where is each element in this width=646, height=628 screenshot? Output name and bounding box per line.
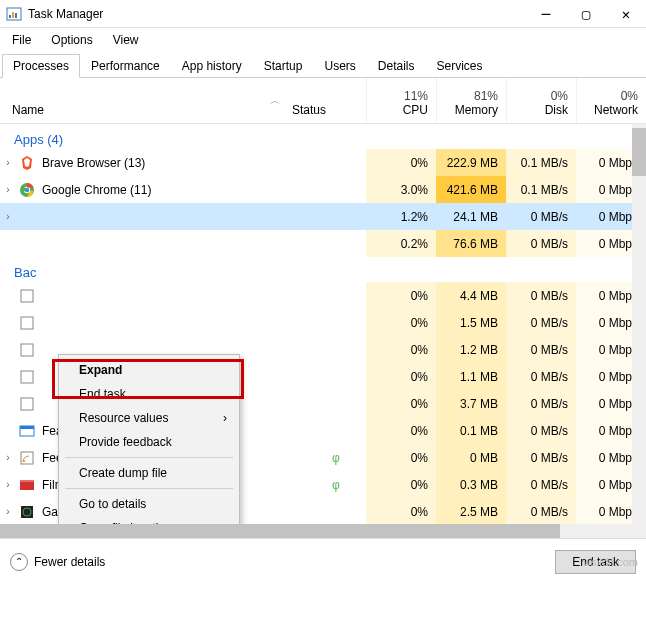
process-row-brave[interactable]: › Brave Browser (13) 0% 222.9 MB 0.1 MB/… <box>0 149 646 176</box>
expand-icon[interactable]: › <box>0 506 16 517</box>
window-title: Task Manager <box>28 7 526 21</box>
brave-icon <box>18 154 36 172</box>
context-menu: Expand End task Resource values› Provide… <box>58 354 240 524</box>
close-button[interactable]: ✕ <box>606 0 646 27</box>
menu-options[interactable]: Options <box>43 31 100 49</box>
disk-label: Disk <box>545 103 568 117</box>
cpu-label: CPU <box>403 103 428 117</box>
tab-performance[interactable]: Performance <box>80 54 171 77</box>
col-status[interactable]: Status <box>288 78 366 123</box>
svg-rect-7 <box>21 290 33 302</box>
process-row[interactable]: 0% 1.5 MB 0 MB/s 0 Mbps <box>0 309 646 336</box>
tab-details[interactable]: Details <box>367 54 426 77</box>
cpu-cell: 0% <box>366 363 436 390</box>
app-icon <box>18 235 36 253</box>
disk-cell: 0 MB/s <box>506 230 576 257</box>
sort-indicator: ︿ <box>262 78 288 123</box>
cpu-cell: 0% <box>366 417 436 444</box>
group-apps-label[interactable]: Apps (4) <box>14 132 63 147</box>
process-row[interactable]: 0.2% 76.6 MB 0 MB/s 0 Mbps <box>0 230 646 257</box>
scrollbar-thumb[interactable] <box>0 524 560 538</box>
process-row-selected[interactable]: › 1.2% 24.1 MB 0 MB/s 0 Mbps <box>0 203 646 230</box>
process-name: Google Chrome (11) <box>42 183 366 197</box>
mem-cell: 222.9 MB <box>436 149 506 176</box>
disk-cell: 0 MB/s <box>506 390 576 417</box>
col-memory[interactable]: 81% Memory <box>436 78 506 123</box>
menu-openloc-label: Open file location <box>79 521 172 524</box>
menu-separator <box>65 488 233 489</box>
svg-rect-8 <box>21 317 33 329</box>
cpu-cell: 0% <box>366 336 436 363</box>
mem-cell: 0 MB <box>436 444 506 471</box>
horizontal-scrollbar[interactable] <box>0 524 646 538</box>
process-row[interactable]: 0% 4.4 MB 0 MB/s 0 Mbps <box>0 282 646 309</box>
footer: ⌃ Fewer details End task <box>0 538 646 584</box>
chevron-up-icon[interactable]: ⌃ <box>10 553 28 571</box>
expand-icon[interactable]: › <box>0 157 16 168</box>
chrome-icon <box>18 181 36 199</box>
mem-cell: 76.6 MB <box>436 230 506 257</box>
mem-cell: 2.5 MB <box>436 498 506 524</box>
menu-create-dump[interactable]: Create dump file <box>61 461 237 485</box>
app-icon <box>6 6 22 22</box>
generic-app-icon <box>18 314 36 332</box>
mem-cell: 1.5 MB <box>436 309 506 336</box>
disk-cell: 0 MB/s <box>506 444 576 471</box>
menu-view[interactable]: View <box>105 31 147 49</box>
cpu-pct: 11% <box>404 89 428 103</box>
cpu-cell: 0.2% <box>366 230 436 257</box>
cpu-cell: 0% <box>366 282 436 309</box>
col-name[interactable]: Name <box>0 78 262 123</box>
mem-cell: 0.3 MB <box>436 471 506 498</box>
col-disk[interactable]: 0% Disk <box>506 78 576 123</box>
col-network[interactable]: 0% Network <box>576 78 646 123</box>
disk-cell: 0 MB/s <box>506 336 576 363</box>
tab-app-history[interactable]: App history <box>171 54 253 77</box>
app-icon <box>18 208 36 226</box>
group-background: Bac <box>0 257 646 282</box>
cpu-cell: 0% <box>366 309 436 336</box>
mem-pct: 81% <box>474 89 498 103</box>
menu-resource-label: Resource values <box>79 411 168 425</box>
minimize-button[interactable]: ─ <box>526 0 566 27</box>
mem-cell: 4.4 MB <box>436 282 506 309</box>
menu-open-file-location[interactable]: Open file location <box>61 516 237 524</box>
watermark: wsxdn.com <box>583 556 638 568</box>
tab-processes[interactable]: Processes <box>2 54 80 78</box>
generic-app-icon <box>18 287 36 305</box>
fewer-details-link[interactable]: Fewer details <box>34 555 105 569</box>
expand-icon[interactable]: › <box>0 479 16 490</box>
cpu-cell: 0% <box>366 390 436 417</box>
status-suspended-icon: φ <box>306 478 366 492</box>
col-cpu[interactable]: 11% CPU <box>366 78 436 123</box>
expand-icon[interactable]: › <box>0 452 16 463</box>
menu-end-task[interactable]: End task <box>61 382 237 406</box>
menu-resource-values[interactable]: Resource values› <box>61 406 237 430</box>
cpu-cell: 0% <box>366 444 436 471</box>
menu-go-to-details[interactable]: Go to details <box>61 492 237 516</box>
process-list[interactable]: Apps (4) › Brave Browser (13) 0% 222.9 M… <box>0 124 646 524</box>
vertical-scrollbar[interactable] <box>632 124 646 524</box>
tab-services[interactable]: Services <box>426 54 494 77</box>
menu-file[interactable]: File <box>4 31 39 49</box>
menu-expand[interactable]: Expand <box>61 358 237 382</box>
feeds-icon <box>18 449 36 467</box>
tab-users[interactable]: Users <box>313 54 366 77</box>
expand-icon[interactable]: › <box>0 184 16 195</box>
expand-icon[interactable]: › <box>0 211 16 222</box>
cpu-cell: 1.2% <box>366 203 436 230</box>
svg-rect-9 <box>21 344 33 356</box>
maximize-button[interactable]: ▢ <box>566 0 606 27</box>
process-row-chrome[interactable]: › Google Chrome (11) 3.0% 421.6 MB 0.1 M… <box>0 176 646 203</box>
mem-label: Memory <box>455 103 498 117</box>
menu-details-label: Go to details <box>79 497 146 511</box>
group-bg-label[interactable]: Bac <box>14 265 36 280</box>
group-apps: Apps (4) <box>0 124 646 149</box>
scrollbar-thumb[interactable] <box>632 128 646 176</box>
cpu-cell: 0% <box>366 471 436 498</box>
gaming-icon <box>18 503 36 521</box>
svg-rect-1 <box>9 15 11 18</box>
tab-startup[interactable]: Startup <box>253 54 314 77</box>
cpu-cell: 0% <box>366 498 436 524</box>
menu-provide-feedback[interactable]: Provide feedback <box>61 430 237 454</box>
